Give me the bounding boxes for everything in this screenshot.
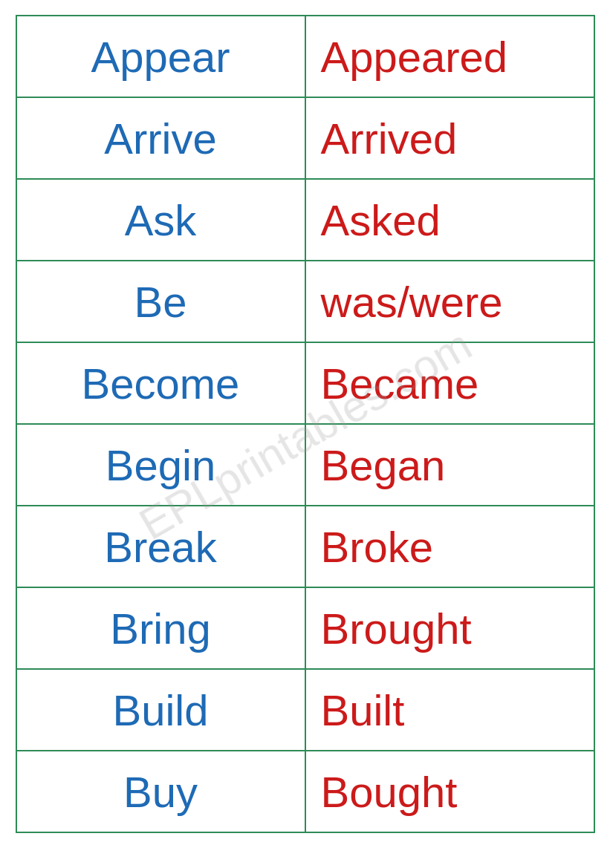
cell-base-4: Become — [17, 343, 306, 423]
table-row: AppearAppeared — [17, 16, 594, 98]
cell-past-1: Arrived — [306, 98, 594, 178]
word-base-1: Arrive — [104, 114, 216, 163]
word-base-3: Be — [134, 277, 187, 327]
cell-past-5: Began — [306, 425, 594, 505]
word-base-0: Appear — [91, 32, 230, 82]
table-row: ArriveArrived — [17, 98, 594, 180]
word-base-4: Become — [82, 359, 240, 408]
table-row: BeginBegan — [17, 425, 594, 506]
cell-past-6: Broke — [306, 506, 594, 587]
cell-base-1: Arrive — [17, 98, 306, 178]
word-past-1: Arrived — [321, 114, 458, 163]
word-past-2: Asked — [321, 195, 441, 245]
word-past-0: Appeared — [321, 32, 508, 82]
table-row: Bewas/were — [17, 261, 594, 343]
table-row: BecomeBecame — [17, 343, 594, 425]
cell-past-7: Brought — [306, 588, 594, 668]
table-row: BreakBroke — [17, 506, 594, 588]
cell-base-7: Bring — [17, 588, 306, 668]
word-past-5: Began — [321, 440, 446, 490]
cell-base-3: Be — [17, 261, 306, 342]
word-past-4: Became — [321, 359, 479, 408]
cell-past-3: was/were — [306, 261, 594, 342]
cell-base-2: Ask — [17, 180, 306, 260]
cell-base-6: Break — [17, 506, 306, 587]
table-row: BringBrought — [17, 588, 594, 670]
word-base-8: Build — [113, 685, 209, 735]
word-past-7: Brought — [321, 604, 472, 653]
cell-base-5: Begin — [17, 425, 306, 505]
cell-past-0: Appeared — [306, 16, 594, 97]
table-row: AskAsked — [17, 180, 594, 261]
cell-past-9: Bought — [306, 751, 594, 832]
cell-base-9: Buy — [17, 751, 306, 832]
cell-past-4: Became — [306, 343, 594, 423]
cell-base-8: Build — [17, 670, 306, 750]
word-base-5: Begin — [106, 440, 215, 490]
word-past-9: Bought — [321, 767, 458, 817]
table-row: BuyBought — [17, 751, 594, 833]
cell-past-2: Asked — [306, 180, 594, 260]
cell-base-0: Appear — [17, 16, 306, 97]
word-base-7: Bring — [110, 604, 210, 653]
word-past-6: Broke — [321, 522, 434, 572]
word-base-9: Buy — [123, 767, 198, 817]
word-base-2: Ask — [125, 195, 197, 245]
word-past-3: was/were — [321, 277, 503, 327]
word-base-6: Break — [104, 522, 217, 572]
cell-past-8: Built — [306, 670, 594, 750]
table-row: BuildBuilt — [17, 670, 594, 751]
verb-table: AppearAppearedArriveArrivedAskAskedBewas… — [16, 15, 595, 833]
word-past-8: Built — [321, 685, 405, 735]
